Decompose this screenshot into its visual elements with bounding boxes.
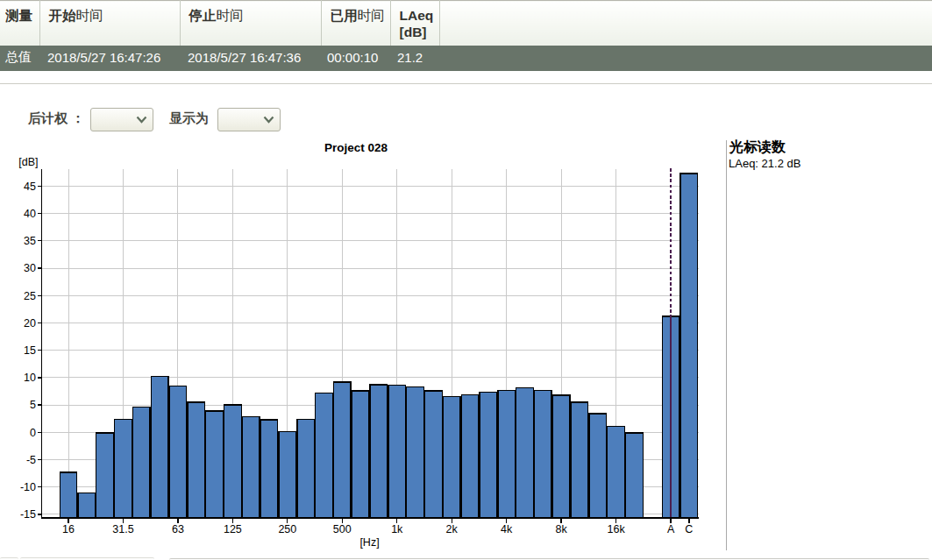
- spectrum-bar-10k[interactable]: [571, 402, 588, 518]
- x-tick-label: 16: [62, 523, 75, 535]
- spectrum-bar-315[interactable]: [297, 419, 315, 517]
- y-tick-label: 0: [30, 427, 36, 439]
- spectrum-bar-630[interactable]: [352, 391, 369, 518]
- spectrum-bar-1.25k[interactable]: [407, 386, 424, 517]
- spectrum-bar-1.6k[interactable]: [425, 391, 443, 518]
- spectrum-bar-160[interactable]: [242, 417, 260, 518]
- y-tick-label: 15: [24, 344, 36, 357]
- y-tick-label: 5: [30, 399, 36, 411]
- y-tick-label: 35: [24, 235, 36, 247]
- x-tick-label: 4k: [501, 523, 513, 535]
- spectrum-bar-25[interactable]: [96, 433, 114, 518]
- y-tick-label: 45: [24, 181, 36, 193]
- x-tick-label: 63: [172, 523, 184, 535]
- spectrum-bar-500[interactable]: [333, 382, 351, 518]
- spectrum-bar-C[interactable]: [680, 174, 698, 517]
- y-tick-label: 25: [24, 290, 36, 302]
- spectrum-bar-800[interactable]: [370, 385, 388, 518]
- x-tick-label: 8k: [556, 523, 568, 535]
- y-tick-label: -10: [20, 481, 36, 493]
- chart-title: Project 028: [324, 141, 388, 154]
- x-tick-label: 125: [224, 523, 242, 535]
- y-axis-caption: [dB]: [18, 156, 38, 168]
- spectrum-bar-2.5k[interactable]: [461, 394, 479, 517]
- spectrum-bar-16k[interactable]: [608, 426, 625, 517]
- spectrum-bar-4k[interactable]: [498, 390, 516, 517]
- x-tick-label: 250: [278, 523, 296, 535]
- spectrum-bar-3.15k[interactable]: [480, 393, 497, 518]
- y-tick-label: 40: [24, 208, 36, 220]
- x-axis-caption: [Hz]: [359, 536, 379, 549]
- spectrum-bar-40[interactable]: [132, 408, 150, 518]
- spectrum-bar-400[interactable]: [316, 393, 333, 517]
- x-tick-label: A: [667, 523, 675, 535]
- x-tick-label: 2k: [446, 523, 459, 535]
- spectrum-bar-31.5[interactable]: [115, 419, 132, 517]
- x-tick-label: C: [685, 523, 693, 535]
- spectrum-bar-200[interactable]: [260, 420, 278, 518]
- spectrum-bar-80[interactable]: [188, 402, 205, 518]
- spectrum-bar-12.5k[interactable]: [589, 414, 607, 517]
- spectrum-bar-1k[interactable]: [388, 386, 406, 518]
- spectrum-bar-2k[interactable]: [443, 397, 460, 518]
- spectrum-bar-250[interactable]: [279, 432, 296, 518]
- spectrum-bar-100[interactable]: [206, 411, 224, 518]
- y-tick-label: -15: [20, 508, 36, 521]
- spectrum-chart: -15-10-50510152025303540451631.563125250…: [0, 0, 932, 560]
- y-tick-label: 20: [24, 317, 36, 330]
- spectrum-bar-8k[interactable]: [552, 395, 570, 518]
- spectrum-bar-5k[interactable]: [516, 388, 534, 518]
- cursor-readout-value: LAeq: 21.2 dB: [729, 157, 800, 170]
- x-tick-label: 16k: [608, 523, 626, 535]
- y-tick-label: 10: [24, 372, 36, 384]
- x-tick-label: 500: [333, 523, 352, 535]
- spectrum-bar-20k[interactable]: [626, 433, 644, 518]
- spectrum-bar-20[interactable]: [78, 493, 96, 518]
- spectrum-bar-63[interactable]: [169, 386, 187, 517]
- spectrum-bar-16[interactable]: [60, 472, 77, 518]
- measurement-screen: 测量 开始时间 停止时间 已用时间 LAeq[dB] 总值 2018/5/27 …: [0, 0, 932, 560]
- x-tick-label: 1k: [391, 523, 403, 535]
- spectrum-bar-6.3k[interactable]: [535, 390, 552, 517]
- y-tick-label: 30: [24, 262, 36, 274]
- spectrum-bar-50[interactable]: [151, 377, 168, 518]
- x-tick-label: 31.5: [112, 523, 133, 535]
- spectrum-bar-125[interactable]: [224, 405, 242, 517]
- y-tick-label: -5: [26, 454, 36, 466]
- cursor-readout-title: 光标读数: [729, 139, 786, 154]
